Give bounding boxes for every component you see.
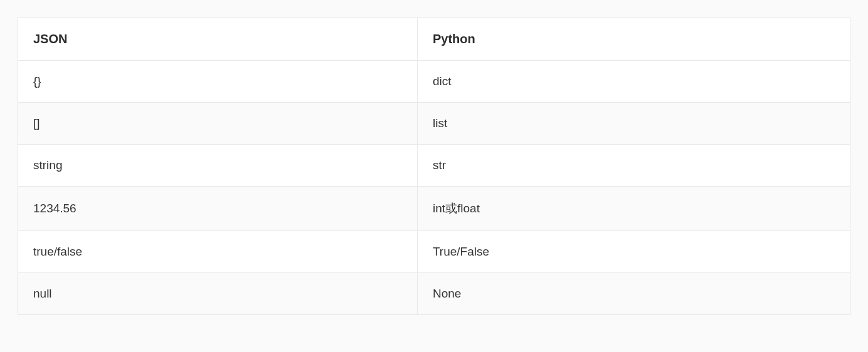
json-value-cell: {} bbox=[18, 61, 418, 103]
python-value-cell: None bbox=[417, 273, 850, 315]
table-row: 1234.56 int或float bbox=[18, 187, 850, 231]
python-value-cell: dict bbox=[417, 61, 850, 103]
column-header-json: JSON bbox=[18, 18, 418, 61]
column-header-python: Python bbox=[417, 18, 850, 61]
json-value-cell: string bbox=[18, 145, 418, 187]
table-row: {} dict bbox=[18, 61, 850, 103]
python-value-cell: list bbox=[417, 103, 850, 145]
table-row: string str bbox=[18, 145, 850, 187]
json-value-cell: [] bbox=[18, 103, 418, 145]
table-row: [] list bbox=[18, 103, 850, 145]
json-value-cell: 1234.56 bbox=[18, 187, 418, 231]
json-value-cell: null bbox=[18, 273, 418, 315]
python-value-cell: str bbox=[417, 145, 850, 187]
table-header-row: JSON Python bbox=[18, 18, 850, 61]
python-value-cell: True/False bbox=[417, 231, 850, 273]
table-row: true/false True/False bbox=[18, 231, 850, 273]
python-value-cell: int或float bbox=[417, 187, 850, 231]
json-python-mapping-table: JSON Python {} dict [] list string str 1… bbox=[18, 18, 850, 315]
table-row: null None bbox=[18, 273, 850, 315]
json-value-cell: true/false bbox=[18, 231, 418, 273]
